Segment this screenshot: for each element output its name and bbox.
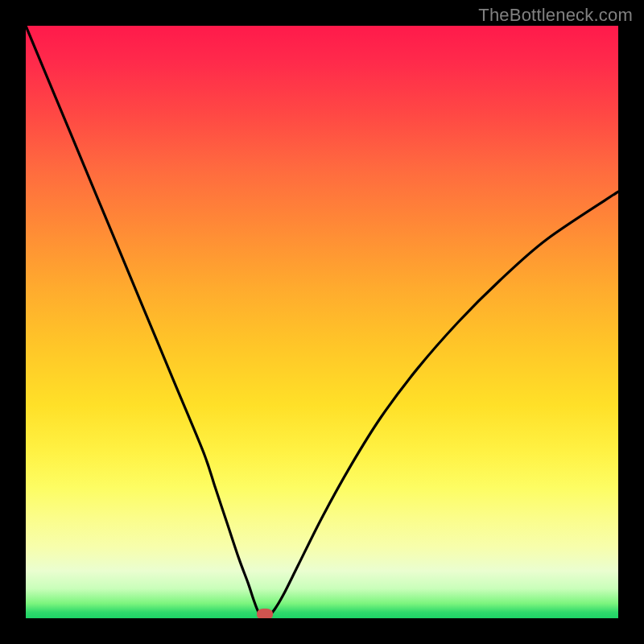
plot-area bbox=[26, 26, 618, 618]
chart-frame: TheBottleneck.com bbox=[0, 0, 644, 644]
bottleneck-curve bbox=[26, 26, 618, 618]
optimal-point-marker bbox=[257, 609, 273, 618]
watermark-text: TheBottleneck.com bbox=[478, 5, 633, 26]
